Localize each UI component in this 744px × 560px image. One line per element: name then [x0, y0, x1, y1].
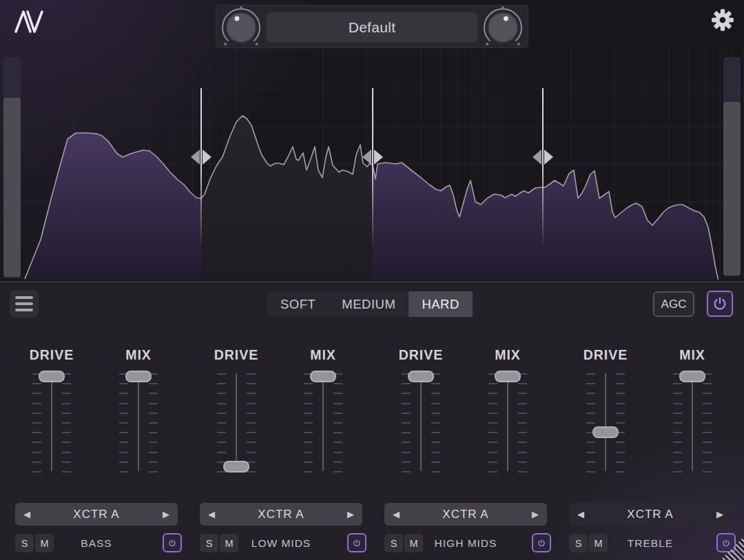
power-icon — [353, 537, 361, 549]
drive-label: DRIVE — [214, 347, 259, 363]
level-meter-left-fill — [3, 98, 21, 277]
drive-label: DRIVE — [583, 347, 628, 363]
next-arrow-icon[interactable]: ▶ — [716, 510, 723, 519]
right-gain-knob[interactable] — [481, 6, 525, 50]
level-meter-right-fill — [723, 102, 741, 276]
mix-slider-thumb[interactable] — [125, 371, 152, 382]
crossover-left-arrow-icon — [362, 149, 371, 165]
mix-slider[interactable] — [119, 371, 158, 473]
band-treble: DRIVE MIX ◀ XCTR A ▶ S M TREBLE — [561, 325, 744, 560]
crossover-line[interactable] — [200, 88, 202, 248]
mode-medium[interactable]: MEDIUM — [329, 291, 409, 317]
next-arrow-icon[interactable]: ▶ — [163, 510, 169, 519]
band-name: TREBLE — [569, 533, 732, 553]
band-bass: DRIVE MIX ◀ XCTR A ▶ S M BASS — [7, 325, 192, 560]
drive-label: DRIVE — [30, 347, 74, 363]
settings-button[interactable] — [705, 3, 740, 37]
prev-arrow-icon[interactable]: ◀ — [208, 510, 215, 519]
drive-slider[interactable] — [32, 371, 71, 473]
menu-button[interactable] — [10, 290, 39, 318]
crossover-right-arrow-icon — [374, 149, 383, 165]
drive-slider-thumb[interactable] — [223, 461, 249, 473]
crossover-right-arrow-icon — [544, 149, 553, 165]
controls-panel: SOFT MEDIUM HARD AGC DRIVE MIX — [0, 281, 744, 560]
exciter-selector[interactable]: ◀ XCTR A ▶ — [15, 503, 178, 526]
prev-arrow-icon[interactable]: ◀ — [393, 510, 400, 519]
crossover-line[interactable] — [372, 88, 373, 248]
mode-hard[interactable]: HARD — [409, 291, 472, 317]
exciter-selector-label: XCTR A — [258, 508, 304, 521]
drive-slider-thumb[interactable] — [408, 371, 434, 382]
power-icon — [722, 537, 730, 549]
brand-logo-icon — [12, 6, 45, 39]
agc-button[interactable]: AGC — [653, 291, 694, 317]
level-meter-left — [3, 57, 21, 278]
crossover-handle[interactable] — [533, 149, 553, 165]
mix-slider[interactable] — [673, 371, 712, 473]
exciter-selector-label: XCTR A — [627, 508, 673, 521]
drive-slider-thumb[interactable] — [39, 371, 65, 382]
mode-soft[interactable]: SOFT — [267, 291, 329, 317]
mix-label: MIX — [495, 347, 521, 363]
power-icon — [712, 295, 727, 312]
next-arrow-icon[interactable]: ▶ — [347, 510, 354, 519]
power-icon — [168, 537, 176, 549]
band-name: BASS — [15, 533, 178, 553]
mode-switch: SOFT MEDIUM HARD — [267, 291, 473, 317]
exciter-selector[interactable]: ◀ XCTR A ▶ — [384, 503, 547, 526]
crossover-left-arrow-icon — [533, 149, 541, 165]
mix-label: MIX — [679, 347, 705, 363]
band-power-button[interactable] — [163, 533, 182, 552]
drive-label: DRIVE — [399, 347, 444, 363]
drive-slider-thumb[interactable] — [592, 426, 619, 438]
crossover-right-arrow-icon — [203, 149, 211, 165]
crossover-line[interactable] — [542, 88, 544, 248]
band-name: HIGH MIDS — [384, 533, 547, 553]
hamburger-icon — [15, 296, 33, 299]
prev-arrow-icon[interactable]: ◀ — [23, 510, 30, 519]
mix-slider-thumb[interactable] — [310, 371, 336, 382]
crossover-left-arrow-icon — [191, 149, 200, 165]
next-arrow-icon[interactable]: ▶ — [532, 510, 539, 519]
drive-slider[interactable] — [217, 371, 256, 473]
mix-label: MIX — [310, 347, 336, 363]
mix-slider[interactable] — [304, 371, 342, 473]
exciter-selector-label: XCTR A — [442, 508, 488, 521]
plugin-window: Default — [0, 0, 744, 560]
exciter-selector[interactable]: ◀ XCTR A ▶ — [569, 503, 732, 526]
mix-slider[interactable] — [488, 371, 527, 473]
band-low-mids: DRIVE MIX ◀ XCTR A ▶ S M LOW MIDS — [192, 325, 376, 560]
preset-bar: Default — [216, 5, 528, 48]
header-bar: Default — [0, 0, 744, 48]
band-name: LOW MIDS — [200, 533, 362, 553]
band-high-mids: DRIVE MIX ◀ XCTR A ▶ S M HIGH MIDS — [376, 325, 561, 560]
crossover-handle[interactable] — [362, 149, 383, 165]
band-power-button[interactable] — [347, 533, 366, 552]
prev-arrow-icon[interactable]: ◀ — [577, 510, 584, 519]
exciter-selector[interactable]: ◀ XCTR A ▶ — [200, 503, 362, 526]
preset-name-field[interactable]: Default — [267, 12, 477, 42]
power-icon — [537, 537, 546, 549]
knob-indicator-dot — [235, 17, 240, 21]
drive-slider[interactable] — [402, 371, 440, 473]
mix-slider-thumb[interactable] — [679, 371, 705, 382]
crossover-handle[interactable] — [191, 149, 211, 165]
mix-label: MIX — [125, 347, 152, 363]
drive-slider[interactable] — [586, 371, 625, 473]
band-power-button[interactable] — [532, 533, 551, 552]
gear-icon — [710, 4, 736, 36]
toolbar: SOFT MEDIUM HARD AGC — [0, 282, 744, 325]
exciter-selector-label: XCTR A — [73, 508, 119, 521]
knob-indicator-dot — [504, 17, 508, 21]
mix-slider-thumb[interactable] — [495, 371, 521, 382]
level-meter-right — [723, 57, 741, 276]
master-power-button[interactable] — [707, 291, 733, 317]
left-gain-knob[interactable] — [219, 6, 263, 50]
